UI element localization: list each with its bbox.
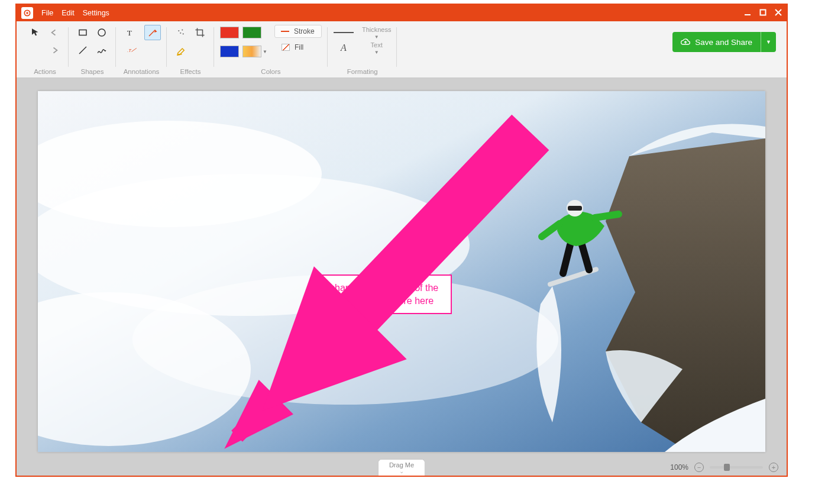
image-canvas[interactable]: change the position of the skier to some…: [38, 91, 765, 452]
menu-edit[interactable]: Edit: [62, 9, 75, 17]
annotation-text-box[interactable]: change the position of the skier to some…: [322, 274, 452, 314]
color-swatch-blue[interactable]: [220, 46, 239, 57]
ribbon-toolbar: Actions Shapes: [17, 21, 787, 78]
zoom-percent-label: 100%: [670, 463, 688, 471]
thickness-dropdown[interactable]: Thickness ▼: [362, 26, 392, 40]
ribbon-group-annotations: T .T Annotations: [116, 24, 167, 77]
blur-effect-button[interactable]: [173, 25, 189, 40]
chevron-down-icon: ▼: [263, 49, 267, 54]
highlight-effect-button[interactable]: [173, 43, 189, 58]
svg-point-12: [178, 30, 179, 31]
annotation-text: change the position of the skier to some…: [330, 283, 438, 306]
text-dropdown[interactable]: Text ▼: [362, 41, 392, 55]
color-swatch-more[interactable]: ▼: [242, 46, 267, 57]
rectangle-shape-button[interactable]: [75, 25, 91, 40]
redo-button[interactable]: [46, 43, 63, 58]
app-window: File Edit Settings: [15, 4, 788, 477]
ribbon-group-label: Effects: [180, 66, 201, 75]
close-button[interactable]: [775, 9, 782, 18]
svg-rect-24: [568, 206, 582, 211]
svg-point-1: [26, 12, 28, 14]
color-swatch-red[interactable]: [220, 27, 239, 38]
chevron-down-icon: ▼: [374, 34, 379, 40]
svg-rect-6: [79, 30, 86, 35]
text-arrow-tool-button[interactable]: .T: [122, 43, 142, 58]
ribbon-group-effects: Effects: [167, 24, 214, 77]
stroke-icon: [281, 31, 289, 32]
svg-line-7: [79, 47, 86, 54]
ribbon-group-label: Actions: [34, 66, 56, 75]
thickness-label: Thickness: [362, 26, 392, 33]
text-tool-button[interactable]: T: [122, 25, 138, 40]
thickness-icon: [334, 32, 354, 33]
ribbon-group-label: Shapes: [80, 66, 104, 75]
fill-icon: [282, 44, 290, 51]
chevron-down-icon: ▼: [766, 39, 771, 45]
menu-file[interactable]: File: [41, 9, 53, 17]
text-label: Text: [371, 41, 383, 49]
minimize-button[interactable]: [744, 9, 751, 18]
save-and-share-dropdown[interactable]: ▼: [761, 32, 776, 52]
stroke-label: Stroke: [294, 27, 315, 35]
fill-color-button[interactable]: Fill: [274, 41, 322, 53]
canvas-image: [38, 91, 765, 452]
status-bar: Drag Me ⌄ 100% − +: [17, 459, 787, 476]
save-and-share-label: Save and Share: [695, 38, 752, 47]
app-logo-icon: [21, 7, 33, 19]
maximize-button[interactable]: [759, 9, 766, 18]
ribbon-group-label: Colors: [261, 66, 280, 75]
zoom-out-button[interactable]: −: [694, 463, 704, 472]
svg-point-13: [182, 29, 183, 30]
zoom-in-button[interactable]: +: [769, 463, 778, 472]
chevron-down-icon: ⌄: [399, 469, 404, 474]
stroke-color-button[interactable]: Stroke: [274, 25, 322, 38]
cloud-upload-icon: [681, 37, 690, 47]
drag-handle[interactable]: Drag Me ⌄: [378, 459, 425, 476]
svg-rect-3: [761, 9, 766, 15]
work-area: change the position of the skier to some…: [17, 78, 787, 476]
ribbon-group-label: Annotations: [124, 66, 160, 75]
line-shape-button[interactable]: [75, 43, 91, 58]
undo-button[interactable]: [46, 25, 63, 40]
title-bar: File Edit Settings: [17, 5, 787, 21]
chevron-down-icon: ▼: [374, 50, 379, 55]
svg-point-14: [180, 33, 181, 34]
svg-text:T: T: [127, 28, 132, 37]
ellipse-shape-button[interactable]: [93, 25, 110, 40]
svg-text:.T: .T: [127, 48, 132, 53]
svg-line-11: [149, 30, 156, 37]
svg-point-8: [98, 29, 105, 36]
pointer-tool-button[interactable]: [27, 25, 44, 40]
ribbon-group-formatting: Thickness ▼ A Text ▼ Formating: [328, 24, 397, 77]
zoom-slider[interactable]: [710, 466, 763, 469]
arrow-tool-button[interactable]: [144, 25, 161, 40]
crop-effect-button[interactable]: [192, 25, 208, 40]
zoom-slider-thumb[interactable]: [724, 464, 730, 471]
text-format-icon: A: [341, 43, 347, 53]
color-swatch-green[interactable]: [242, 27, 261, 38]
gradient-swatch-icon: [242, 46, 261, 57]
fill-label: Fill: [295, 43, 303, 51]
ribbon-group-label: Formating: [347, 66, 378, 75]
svg-point-15: [183, 33, 184, 34]
menu-settings[interactable]: Settings: [83, 9, 109, 17]
ribbon-group-colors: ▼ Stroke Fill Colors: [214, 24, 328, 77]
save-and-share-button[interactable]: Save and Share: [672, 32, 761, 52]
ribbon-group-shapes: Shapes: [69, 24, 116, 77]
freehand-shape-button[interactable]: [93, 43, 110, 58]
ribbon-group-actions: Actions: [21, 24, 69, 77]
